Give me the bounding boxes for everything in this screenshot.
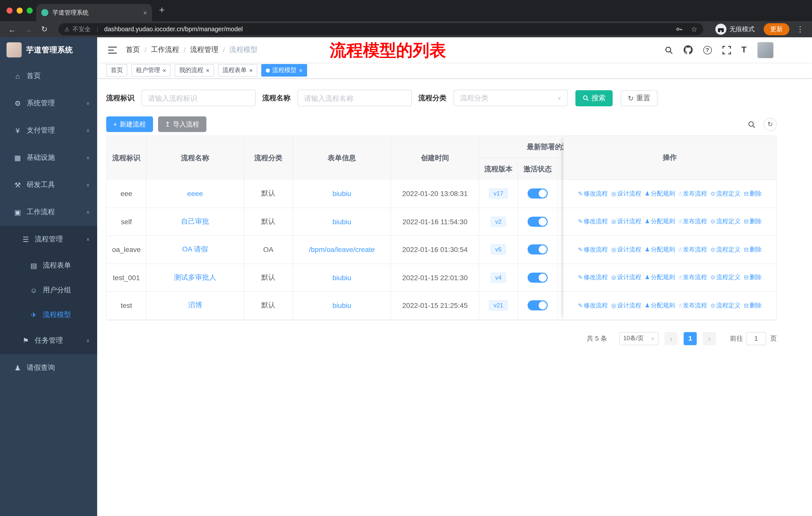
action-assign-rule[interactable]: ♟分配规则 [645,301,675,310]
reload-button[interactable]: ↻ [37,25,51,34]
action-process-definition[interactable]: ⊙流程定义 [710,189,740,198]
sidebar-item-infrastructure[interactable]: ▦基础设施∨ [0,144,97,171]
bookmark-star-icon[interactable]: ☆ [691,25,697,33]
reset-button[interactable]: ↻ 重置 [621,90,657,106]
action-process-definition[interactable]: ⊙流程定义 [710,273,740,282]
search-button[interactable]: 搜索 [575,90,613,106]
form-info-link[interactable]: biubiu [332,190,351,198]
tab-close-icon[interactable]: × [143,9,147,17]
form-info-link[interactable]: biubiu [332,302,351,310]
breadcrumb-item[interactable]: 流程管理 [190,45,219,54]
action-design-process[interactable]: ◎设计流程 [611,273,641,282]
sidebar-logo[interactable]: 芋道管理系统 [0,37,97,62]
action-edit-process[interactable]: ✎修改流程 [578,245,608,254]
category-select[interactable]: 流程分类 ∨ [454,90,568,106]
version-badge[interactable]: v5 [491,245,506,255]
sidebar-item-task-management[interactable]: ⚑任务管理∨ [0,327,97,354]
close-icon[interactable]: × [163,67,166,73]
sidebar-item-payment[interactable]: ¥支付管理∨ [0,117,97,144]
page-size-select[interactable]: 10条/页 ∨ [619,332,659,345]
process-name-link[interactable]: 测试多审批人 [174,273,216,282]
collapse-menu-icon[interactable] [108,46,117,54]
process-key-input[interactable] [141,90,256,106]
action-publish-process[interactable]: ☝发布流程 [678,245,707,254]
close-icon[interactable]: × [299,67,302,73]
browser-menu-icon[interactable]: ⋮ [796,25,804,34]
sidebar-item-system[interactable]: ⚙系统管理∨ [0,90,97,117]
update-button[interactable]: 更新 [764,23,789,35]
action-delete[interactable]: ⊟删除 [744,217,761,226]
action-publish-process[interactable]: ☝发布流程 [678,301,707,310]
action-design-process[interactable]: ◎设计流程 [611,301,641,310]
action-delete[interactable]: ⊟删除 [744,273,761,282]
key-icon[interactable] [676,26,683,33]
action-design-process[interactable]: ◎设计流程 [611,245,641,254]
form-info-link[interactable]: biubiu [332,218,351,226]
version-badge[interactable]: v21 [489,301,508,311]
action-delete[interactable]: ⊟删除 [744,301,761,310]
process-name-input[interactable] [297,90,412,106]
toggle-search-icon[interactable] [748,120,756,128]
minimize-window-button[interactable] [17,7,23,13]
zoom-window-button[interactable] [27,7,33,13]
version-badge[interactable]: v17 [489,189,508,199]
search-icon[interactable] [664,46,673,54]
version-badge[interactable]: v2 [491,217,506,227]
breadcrumb-item[interactable]: 流程模型 [229,45,258,54]
sidebar-item-process-model[interactable]: ✈流程模型 [0,302,97,327]
breadcrumb-item[interactable]: 工作流程 [151,45,179,54]
process-name-link[interactable]: 自己审批 [181,217,209,226]
form-info-link[interactable]: /bpm/oa/leave/create [309,246,375,254]
action-edit-process[interactable]: ✎修改流程 [578,189,608,198]
tag-my-process[interactable]: 我的流程× [175,64,214,77]
action-assign-rule[interactable]: ♟分配规则 [645,189,675,198]
action-delete[interactable]: ⊟删除 [744,245,761,254]
action-publish-process[interactable]: ☝发布流程 [678,273,707,282]
close-icon[interactable]: × [206,67,209,73]
help-icon[interactable]: ? [703,46,712,54]
tag-home[interactable]: 首页 [106,64,127,77]
active-toggle[interactable] [528,245,548,255]
refresh-table-button[interactable]: ↻ [764,118,777,131]
action-publish-process[interactable]: ☝发布流程 [678,189,707,198]
action-edit-process[interactable]: ✎修改流程 [578,217,608,226]
font-size-icon[interactable]: T [741,45,747,55]
address-bar[interactable]: ⚠ 不安全 | dashboard.yudao.iocoder.cn/bpm/m… [58,23,703,35]
version-badge[interactable]: v4 [491,273,506,283]
next-page-button[interactable]: › [703,332,716,345]
create-process-button[interactable]: + 新建流程 [106,116,153,132]
sidebar-item-leave-query[interactable]: ♟请假查询 [0,354,97,381]
action-process-definition[interactable]: ⊙流程定义 [710,301,740,310]
form-info-link[interactable]: biubiu [332,274,351,282]
process-name-link[interactable]: OA 请假 [182,245,208,254]
action-process-definition[interactable]: ⊙流程定义 [710,217,740,226]
action-design-process[interactable]: ◎设计流程 [611,217,641,226]
action-delete[interactable]: ⊟删除 [744,189,761,198]
active-toggle[interactable] [528,273,548,283]
sidebar-item-devtools[interactable]: ⚒研发工具∨ [0,171,97,198]
action-assign-rule[interactable]: ♟分配规则 [645,217,675,226]
fullscreen-icon[interactable] [722,46,731,54]
active-toggle[interactable] [528,217,548,227]
active-toggle[interactable] [528,301,548,311]
page-number-button[interactable]: 1 [684,332,697,345]
forward-button[interactable]: → [21,25,35,33]
action-design-process[interactable]: ◎设计流程 [611,189,641,198]
action-assign-rule[interactable]: ♟分配规则 [645,245,675,254]
process-name-link[interactable]: eeee [187,190,203,198]
goto-page-input[interactable] [746,332,766,345]
action-assign-rule[interactable]: ♟分配规则 [645,273,675,282]
breadcrumb-item[interactable]: 首页 [126,45,140,54]
action-edit-process[interactable]: ✎修改流程 [578,301,608,310]
tag-process-form[interactable]: 流程表单× [218,64,257,77]
github-icon[interactable] [684,45,692,54]
import-process-button[interactable]: ↥ 导入流程 [158,116,206,132]
sidebar-item-process-form[interactable]: ▤流程表单 [0,253,97,278]
tag-process-model[interactable]: 流程模型× [261,64,307,77]
action-process-definition[interactable]: ⊙流程定义 [710,245,740,254]
close-icon[interactable]: × [249,67,253,73]
close-window-button[interactable] [6,7,12,13]
back-button[interactable]: ← [5,25,19,33]
sidebar-item-home[interactable]: ⌂首页 [0,62,97,90]
browser-tab[interactable]: 芋道管理系统 × [36,4,152,21]
